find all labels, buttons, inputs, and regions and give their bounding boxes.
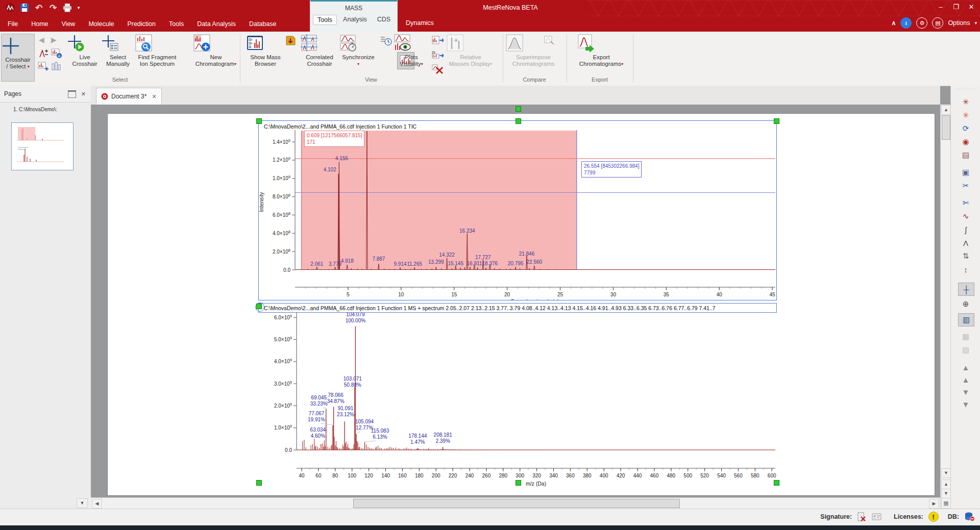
auto-analysis-icon[interactable]: ✳ — [958, 96, 973, 108]
crop-icon[interactable]: ✄ — [958, 197, 973, 209]
sync-delay-icon[interactable] — [380, 35, 392, 46]
minimize-button[interactable]: – — [933, 1, 948, 13]
selection-handle[interactable] — [256, 480, 262, 486]
tic-chromatogram-plot[interactable]: 0.02.0×1084.0×1086.0×1088.0×1081.0×1091.… — [258, 120, 777, 300]
synchronize-button[interactable]: Synchronize▾ — [339, 34, 378, 67]
live-crosshair-button[interactable]: LiveCrosshair — [67, 34, 103, 67]
delete-trace-icon[interactable] — [432, 63, 445, 74]
selection-handle[interactable] — [516, 106, 521, 112]
manual-threshold-icon[interactable] — [38, 48, 49, 59]
add-trace-icon[interactable] — [38, 61, 49, 72]
info-icon[interactable]: i — [900, 17, 912, 29]
save-icon[interactable] — [18, 2, 31, 14]
history-back-button[interactable]: ◀ — [39, 36, 44, 44]
new-chromatogram-button[interactable]: NewChromatogram▾ — [193, 34, 239, 67]
license-warning-icon[interactable]: ! — [928, 512, 939, 522]
correlated-crosshair-button[interactable]: CorrelatedCrosshair — [300, 34, 339, 67]
vertical-scrollbar[interactable]: ▲ ▼ ▲ ▼ ▦ — [940, 105, 951, 509]
menu-tab-data-analysis[interactable]: Data Analysis — [190, 17, 242, 31]
export-chromatograms-button[interactable]: ExportChromatograms▾ — [577, 34, 626, 67]
undo-icon[interactable]: ↶ — [33, 2, 45, 14]
move-trace-icon[interactable] — [432, 35, 445, 46]
menu-tab-view[interactable]: View — [55, 17, 82, 31]
signature-invalid-icon[interactable] — [857, 512, 867, 522]
horizontal-scrollbar[interactable]: ◀ ▶ — [91, 497, 940, 509]
float-panel-icon[interactable] — [68, 90, 76, 98]
options-dropdown-icon[interactable]: ▾ — [974, 20, 977, 26]
reprocess-icon[interactable]: ⟳ — [958, 122, 973, 135]
gear-icon[interactable]: ⚙ — [916, 17, 927, 29]
crosshair-tool-icon[interactable]: ┼ — [958, 283, 974, 296]
menu-tab-tools[interactable]: Tools — [162, 17, 190, 31]
scroll-down-button[interactable]: ▼ — [941, 468, 951, 478]
select-manually-button[interactable]: SelectManually — [101, 34, 135, 67]
stack-up-icon[interactable]: ⇅ — [958, 250, 973, 262]
selection-handle[interactable] — [516, 480, 521, 486]
certificate-icon[interactable] — [872, 513, 881, 521]
spectrum-link-icon[interactable]: & — [51, 48, 62, 59]
horizontal-scroll-thumb[interactable] — [353, 499, 680, 508]
report-icon[interactable]: ▤ — [958, 149, 973, 161]
menu-tab-database[interactable]: Database — [242, 17, 283, 31]
selection-handle[interactable] — [256, 304, 262, 309]
contextual-tab-cds[interactable]: CDS — [373, 15, 395, 25]
stack-down-icon[interactable]: ↕ — [958, 263, 973, 275]
mass-browser-icon[interactable]: ▥ — [958, 313, 974, 326]
show-mass-browser-button[interactable]: Show MassBrowser — [246, 34, 285, 67]
licenses-book-icon[interactable]: ▤ — [932, 17, 943, 29]
scroll-left-button[interactable]: ◀ — [92, 499, 102, 509]
quick-access-dropdown-icon[interactable]: ▾ — [76, 2, 82, 14]
selection-handle[interactable] — [774, 480, 779, 486]
plots-visibility-button[interactable]: PlotsVisibility▾ — [393, 34, 430, 67]
zoom-tool-icon[interactable]: ⊕ — [958, 298, 973, 310]
db-disconnected-icon[interactable] — [964, 512, 975, 522]
download-processing-icon[interactable] — [285, 35, 297, 46]
page-thumbnail[interactable] — [11, 122, 74, 170]
print-icon[interactable] — [61, 2, 74, 14]
scroll-down-icon[interactable]: ▼ — [958, 386, 973, 398]
page-item-label[interactable]: 1. C:\MnovaDemo\: — [0, 103, 91, 113]
find-fragment-ion-button[interactable]: Find FragmentIon Spectrum — [135, 34, 180, 67]
selection-handle[interactable] — [256, 118, 262, 124]
ms-spectrum-plot[interactable]: 0.01.0×1092.0×1093.0×1094.0×1095.0×1096.… — [258, 304, 777, 490]
redo-icon[interactable]: ↷ — [47, 2, 59, 14]
scroll-up-button[interactable]: ▲ — [941, 105, 951, 115]
scroll-right-button[interactable]: ▶ — [929, 499, 939, 509]
peaks-icon[interactable]: ∿ — [958, 210, 973, 222]
move-locked-trace-icon[interactable] — [432, 49, 445, 60]
menu-tab-molecule[interactable]: Molecule — [82, 17, 120, 31]
close-tab-icon[interactable]: ✕ — [152, 93, 156, 100]
page-down-button[interactable]: ▼ — [941, 489, 951, 498]
toolbar-drag-handle[interactable]: ·········· — [951, 86, 980, 90]
close-button[interactable]: ✕ — [964, 1, 979, 13]
align-spectra-icon[interactable] — [51, 61, 62, 72]
crosshair-select-button[interactable]: Crosshair / Select ▾ — [1, 34, 35, 82]
manual-analysis-icon[interactable]: ✳ — [958, 109, 973, 121]
page-up-button[interactable]: ▲ — [941, 479, 951, 489]
integrals-icon[interactable]: ∫ — [958, 223, 973, 236]
menu-tab-file[interactable]: File — [1, 17, 24, 31]
scroll-up-icon[interactable]: ▲ — [958, 361, 973, 373]
scissors-icon[interactable]: ✂ — [958, 180, 973, 192]
collapse-ribbon-icon[interactable]: ∧ — [892, 19, 896, 27]
options-menu[interactable]: Options — [948, 19, 970, 27]
contextual-tab-tools[interactable]: Tools — [313, 15, 337, 25]
close-panel-icon[interactable]: ✕ — [81, 91, 86, 97]
document-tab[interactable]: Document 3* ✕ — [96, 88, 162, 105]
menu-tab-dynamics[interactable]: Dynamics — [399, 16, 440, 30]
contextual-tab-analysis[interactable]: Analysis — [339, 15, 371, 25]
selection-handle[interactable] — [516, 118, 521, 124]
menu-tab-prediction[interactable]: Prediction — [120, 17, 162, 31]
panel-scroll-down-button[interactable]: ▼ — [77, 498, 88, 508]
scroll-up2-icon[interactable]: ▲ — [958, 373, 973, 386]
menu-tab-home[interactable]: Home — [24, 17, 55, 31]
history-forward-button[interactable]: ▶ — [51, 36, 57, 44]
multiplets-icon[interactable]: Λ — [958, 237, 973, 249]
realtime-icon[interactable]: ◉ — [958, 136, 973, 148]
layout-grid-button[interactable]: ▦ — [941, 498, 951, 509]
vertical-scroll-thumb[interactable] — [942, 115, 950, 140]
clipboard-icon[interactable]: ▣ — [958, 166, 973, 179]
selection-handle[interactable] — [774, 118, 779, 124]
restore-button[interactable]: ❐ — [948, 1, 964, 13]
scroll-down2-icon[interactable]: ▼ — [958, 398, 973, 410]
